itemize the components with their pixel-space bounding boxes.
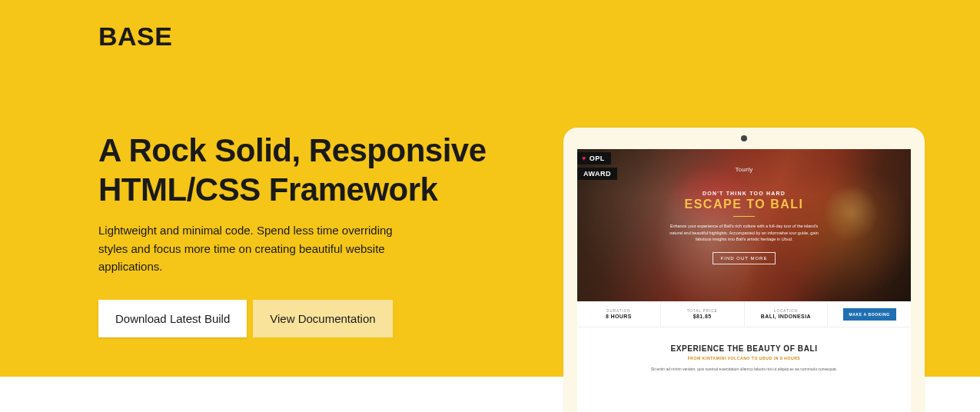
opl-label: OPL bbox=[590, 154, 605, 162]
preview-underline bbox=[733, 216, 755, 217]
preview-cta-button[interactable]: FIND OUT MORE bbox=[713, 252, 776, 264]
heart-icon: ♥ bbox=[582, 154, 586, 162]
info-duration: DURATION 8 HOURS bbox=[577, 301, 661, 327]
sec2-body: Sit enim ad minim veniam, quis nostrud e… bbox=[621, 367, 867, 373]
info-price-label: TOTAL PRICE bbox=[687, 309, 718, 313]
hero-section: BASE A Rock Solid, Responsive HTML/CSS F… bbox=[0, 0, 980, 412]
book-button[interactable]: MAKE A BOOKING bbox=[843, 308, 896, 321]
sec2-title: EXPERIENCE THE BEAUTY OF BALI bbox=[577, 344, 911, 353]
preview-title: ESCAPE TO BALI bbox=[577, 198, 911, 211]
info-book: MAKE A BOOKING bbox=[828, 301, 911, 327]
info-location-value: BALI, INDONESIA bbox=[761, 314, 811, 319]
preview-overline: DON'T THINK TOO HARD bbox=[577, 191, 911, 196]
info-duration-label: DURATION bbox=[606, 309, 630, 313]
tablet-screen: ♥ OPL AWARD Tourly DON'T THINK TOO HARD … bbox=[577, 149, 911, 412]
preview-hero-image: ♥ OPL AWARD Tourly DON'T THINK TOO HARD … bbox=[577, 149, 911, 301]
preview-section-2: EXPERIENCE THE BEAUTY OF BALI FROM KINTA… bbox=[577, 327, 911, 373]
logo[interactable]: BASE bbox=[98, 22, 172, 52]
opl-badge[interactable]: ♥ OPL bbox=[577, 152, 611, 164]
preview-brand[interactable]: Tourly bbox=[735, 166, 752, 173]
award-label: AWARD bbox=[583, 170, 611, 178]
cta-row: Download Latest Build View Documentation bbox=[98, 300, 393, 337]
tagline: Lightweight and minimal code. Spend less… bbox=[98, 221, 398, 276]
info-price: TOTAL PRICE $81.85 bbox=[661, 301, 745, 327]
preview-desc: Enhance your experience of Bali's rich c… bbox=[644, 223, 844, 243]
info-location: LOCATION BALI, INDONESIA bbox=[745, 301, 829, 327]
preview-hero-center: DON'T THINK TOO HARD ESCAPE TO BALI Enha… bbox=[577, 191, 911, 264]
docs-button[interactable]: View Documentation bbox=[253, 300, 392, 337]
award-badge[interactable]: AWARD bbox=[577, 168, 617, 180]
preview-info-bar: DURATION 8 HOURS TOTAL PRICE $81.85 LOCA… bbox=[577, 301, 911, 327]
info-location-label: LOCATION bbox=[774, 309, 798, 313]
headline: A Rock Solid, Responsive HTML/CSS Framew… bbox=[98, 131, 529, 209]
tablet-mockup: ♥ OPL AWARD Tourly DON'T THINK TOO HARD … bbox=[563, 128, 925, 412]
info-duration-value: 8 HOURS bbox=[606, 314, 632, 319]
tablet-camera-icon bbox=[741, 135, 747, 141]
download-button[interactable]: Download Latest Build bbox=[98, 300, 247, 337]
sec2-sub: FROM KINTAMINI VOLCANO TO UBUD IN 8 HOUR… bbox=[577, 356, 911, 360]
info-price-value: $81.85 bbox=[693, 314, 712, 319]
